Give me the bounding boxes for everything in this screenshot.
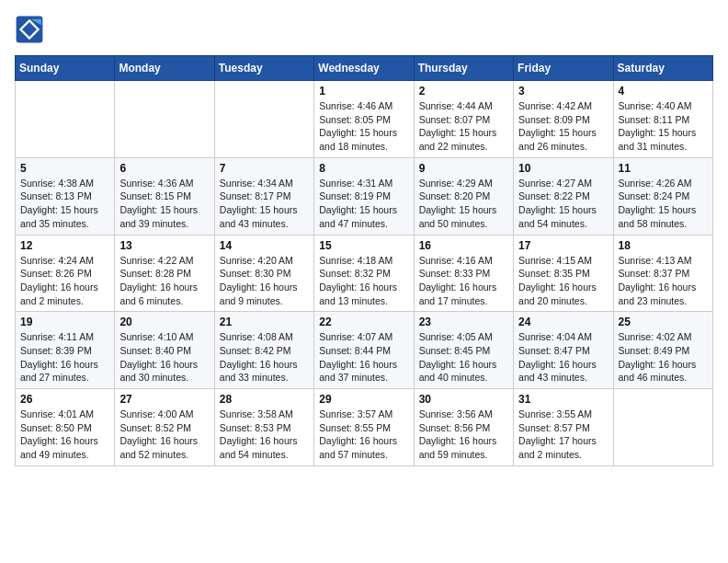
day-number: 30: [419, 393, 508, 406]
day-info: Sunrise: 3:58 AM Sunset: 8:53 PM Dayligh…: [220, 408, 309, 462]
day-info: Sunrise: 4:01 AM Sunset: 8:50 PM Dayligh…: [20, 408, 109, 462]
weekday-header: Sunday: [16, 56, 115, 81]
calendar-cell: 3Sunrise: 4:42 AM Sunset: 8:09 PM Daylig…: [514, 81, 613, 158]
day-number: 18: [619, 239, 708, 252]
calendar-cell: 19Sunrise: 4:11 AM Sunset: 8:39 PM Dayli…: [16, 312, 115, 389]
day-number: 7: [220, 162, 309, 175]
weekday-header: Monday: [115, 56, 214, 81]
calendar-cell: 10Sunrise: 4:27 AM Sunset: 8:22 PM Dayli…: [514, 157, 613, 235]
day-info: Sunrise: 4:08 AM Sunset: 8:42 PM Dayligh…: [220, 330, 309, 385]
calendar-week-row: 12Sunrise: 4:24 AM Sunset: 8:26 PM Dayli…: [16, 235, 713, 312]
day-number: 23: [419, 316, 508, 328]
day-info: Sunrise: 4:07 AM Sunset: 8:44 PM Dayligh…: [319, 330, 408, 385]
calendar-cell: 1Sunrise: 4:46 AM Sunset: 8:05 PM Daylig…: [314, 81, 414, 158]
day-info: Sunrise: 4:36 AM Sunset: 8:15 PM Dayligh…: [119, 177, 209, 231]
day-number: 22: [319, 316, 408, 328]
calendar-cell: 11Sunrise: 4:26 AM Sunset: 8:24 PM Dayli…: [613, 157, 712, 235]
day-number: 26: [20, 393, 109, 406]
day-info: Sunrise: 3:57 AM Sunset: 8:55 PM Dayligh…: [319, 408, 408, 462]
day-info: Sunrise: 3:55 AM Sunset: 8:57 PM Dayligh…: [518, 408, 608, 462]
weekday-header: Tuesday: [214, 56, 313, 81]
day-number: 1: [319, 85, 408, 98]
day-info: Sunrise: 4:24 AM Sunset: 8:26 PM Dayligh…: [20, 254, 109, 308]
day-number: 27: [119, 393, 209, 406]
day-number: 8: [319, 162, 408, 175]
day-info: Sunrise: 4:44 AM Sunset: 8:07 PM Dayligh…: [419, 99, 508, 154]
day-number: 29: [319, 393, 408, 406]
calendar-cell: [613, 389, 712, 466]
day-info: Sunrise: 4:46 AM Sunset: 8:05 PM Dayligh…: [319, 99, 408, 154]
day-number: 9: [419, 162, 508, 175]
weekday-header: Thursday: [414, 56, 513, 81]
day-number: 31: [518, 393, 608, 406]
calendar-cell: 6Sunrise: 4:36 AM Sunset: 8:15 PM Daylig…: [115, 157, 214, 235]
calendar-cell: 30Sunrise: 3:56 AM Sunset: 8:56 PM Dayli…: [414, 389, 513, 466]
calendar-cell: 31Sunrise: 3:55 AM Sunset: 8:57 PM Dayli…: [514, 389, 613, 466]
day-info: Sunrise: 4:05 AM Sunset: 8:45 PM Dayligh…: [419, 330, 508, 385]
calendar-cell: 8Sunrise: 4:31 AM Sunset: 8:19 PM Daylig…: [314, 157, 414, 235]
calendar-cell: 29Sunrise: 3:57 AM Sunset: 8:55 PM Dayli…: [314, 389, 414, 466]
calendar-cell: 5Sunrise: 4:38 AM Sunset: 8:13 PM Daylig…: [16, 157, 115, 235]
calendar-cell: 24Sunrise: 4:04 AM Sunset: 8:47 PM Dayli…: [514, 312, 613, 389]
calendar-cell: 26Sunrise: 4:01 AM Sunset: 8:50 PM Dayli…: [16, 389, 115, 466]
calendar-cell: 15Sunrise: 4:18 AM Sunset: 8:32 PM Dayli…: [314, 235, 414, 312]
day-number: 25: [619, 316, 708, 328]
calendar-cell: 27Sunrise: 4:00 AM Sunset: 8:52 PM Dayli…: [115, 389, 214, 466]
day-info: Sunrise: 4:15 AM Sunset: 8:35 PM Dayligh…: [518, 254, 608, 308]
day-info: Sunrise: 4:11 AM Sunset: 8:39 PM Dayligh…: [20, 330, 109, 385]
weekday-header: Wednesday: [314, 56, 414, 81]
day-info: Sunrise: 4:18 AM Sunset: 8:32 PM Dayligh…: [319, 254, 408, 308]
day-number: 6: [119, 162, 209, 175]
day-info: Sunrise: 4:34 AM Sunset: 8:17 PM Dayligh…: [220, 177, 309, 231]
day-info: Sunrise: 4:13 AM Sunset: 8:37 PM Dayligh…: [619, 254, 708, 308]
calendar-cell: 18Sunrise: 4:13 AM Sunset: 8:37 PM Dayli…: [613, 235, 712, 312]
day-number: 12: [20, 239, 109, 252]
weekday-header: Friday: [514, 56, 613, 81]
calendar-week-row: 5Sunrise: 4:38 AM Sunset: 8:13 PM Daylig…: [16, 157, 713, 235]
day-info: Sunrise: 4:40 AM Sunset: 8:11 PM Dayligh…: [619, 99, 708, 154]
calendar-week-row: 1Sunrise: 4:46 AM Sunset: 8:05 PM Daylig…: [16, 81, 713, 158]
day-info: Sunrise: 4:42 AM Sunset: 8:09 PM Dayligh…: [518, 99, 608, 154]
day-info: Sunrise: 4:00 AM Sunset: 8:52 PM Dayligh…: [119, 408, 209, 462]
calendar-table: SundayMondayTuesdayWednesdayThursdayFrid…: [15, 55, 713, 466]
day-info: Sunrise: 4:29 AM Sunset: 8:20 PM Dayligh…: [419, 177, 508, 231]
calendar-cell: 12Sunrise: 4:24 AM Sunset: 8:26 PM Dayli…: [16, 235, 115, 312]
day-number: 2: [419, 85, 508, 98]
day-number: 4: [619, 85, 708, 98]
calendar-cell: 21Sunrise: 4:08 AM Sunset: 8:42 PM Dayli…: [214, 312, 313, 389]
day-info: Sunrise: 4:22 AM Sunset: 8:28 PM Dayligh…: [119, 254, 209, 308]
day-info: Sunrise: 3:56 AM Sunset: 8:56 PM Dayligh…: [419, 408, 508, 462]
day-number: 10: [518, 162, 608, 175]
day-number: 28: [220, 393, 309, 406]
calendar-cell: 17Sunrise: 4:15 AM Sunset: 8:35 PM Dayli…: [514, 235, 613, 312]
day-number: 21: [220, 316, 309, 328]
calendar-cell: [16, 81, 115, 158]
day-number: 20: [119, 316, 209, 328]
day-info: Sunrise: 4:20 AM Sunset: 8:30 PM Dayligh…: [220, 254, 309, 308]
calendar-cell: 9Sunrise: 4:29 AM Sunset: 8:20 PM Daylig…: [414, 157, 513, 235]
calendar-cell: 25Sunrise: 4:02 AM Sunset: 8:49 PM Dayli…: [613, 312, 712, 389]
day-number: 3: [518, 85, 608, 98]
calendar-cell: 4Sunrise: 4:40 AM Sunset: 8:11 PM Daylig…: [613, 81, 712, 158]
calendar-cell: 13Sunrise: 4:22 AM Sunset: 8:28 PM Dayli…: [115, 235, 214, 312]
day-info: Sunrise: 4:10 AM Sunset: 8:40 PM Dayligh…: [119, 330, 209, 385]
calendar-cell: 7Sunrise: 4:34 AM Sunset: 8:17 PM Daylig…: [214, 157, 313, 235]
day-number: 5: [20, 162, 109, 175]
calendar-cell: [115, 81, 214, 158]
day-number: 17: [518, 239, 608, 252]
calendar-week-row: 26Sunrise: 4:01 AM Sunset: 8:50 PM Dayli…: [16, 389, 713, 466]
calendar-cell: 22Sunrise: 4:07 AM Sunset: 8:44 PM Dayli…: [314, 312, 414, 389]
day-info: Sunrise: 4:27 AM Sunset: 8:22 PM Dayligh…: [518, 177, 608, 231]
calendar-week-row: 19Sunrise: 4:11 AM Sunset: 8:39 PM Dayli…: [16, 312, 713, 389]
calendar-cell: 23Sunrise: 4:05 AM Sunset: 8:45 PM Dayli…: [414, 312, 513, 389]
day-info: Sunrise: 4:04 AM Sunset: 8:47 PM Dayligh…: [518, 330, 608, 385]
calendar-cell: 16Sunrise: 4:16 AM Sunset: 8:33 PM Dayli…: [414, 235, 513, 312]
day-info: Sunrise: 4:31 AM Sunset: 8:19 PM Dayligh…: [319, 177, 408, 231]
day-info: Sunrise: 4:02 AM Sunset: 8:49 PM Dayligh…: [619, 330, 708, 385]
day-number: 24: [518, 316, 608, 328]
logo-icon: [15, 15, 44, 44]
day-info: Sunrise: 4:16 AM Sunset: 8:33 PM Dayligh…: [419, 254, 508, 308]
day-info: Sunrise: 4:26 AM Sunset: 8:24 PM Dayligh…: [619, 177, 708, 231]
day-number: 14: [220, 239, 309, 252]
calendar-cell: 2Sunrise: 4:44 AM Sunset: 8:07 PM Daylig…: [414, 81, 513, 158]
